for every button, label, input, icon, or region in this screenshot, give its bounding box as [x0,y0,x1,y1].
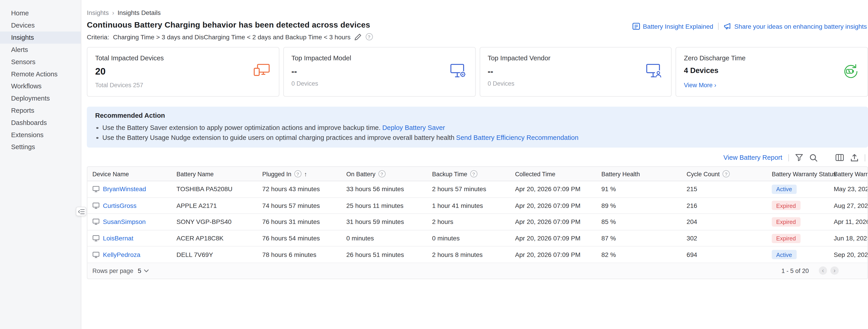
card-value: 4 Devices [684,66,860,75]
manage-columns-icon[interactable] [835,154,844,161]
card-subtitle: Total Devices 257 [95,82,271,88]
sidebar-item-alerts[interactable]: Alerts [0,44,81,56]
toolbar-divider [788,154,789,161]
deploy-battery-saver-link[interactable]: Deploy Battery Saver [382,124,445,132]
sidebar-item-sensors[interactable]: Sensors [0,56,81,68]
card-subtitle: 0 Devices [291,80,467,87]
table-cell: Apr 20, 2026 07:09 PM [510,235,596,241]
device-name-link[interactable]: SusanSimpson [103,219,146,225]
sidebar-item-devices[interactable]: Devices [0,20,81,32]
sidebar-item-settings[interactable]: Settings [0,141,81,153]
sidebar-item-dashboards[interactable]: Dashboards [0,117,81,129]
export-icon[interactable] [850,154,859,162]
table-cell: Expired [767,217,829,227]
help-icon[interactable]: ? [722,170,730,177]
card-top-impacted-model: Top Impacted Model -- 0 Devices [283,47,475,97]
table-row: LoisBernatACER AP18C8K76 hours 54 minute… [87,230,867,247]
table-cell: Active [767,250,829,259]
table-cell: 0 minutes [427,235,510,241]
sidebar-item-insights[interactable]: Insights [0,31,81,44]
table-cell: 0 minutes [341,235,427,241]
column-header-collected-time[interactable]: Collected Time [510,171,596,177]
chevron-right-icon: › [714,82,716,88]
device-name-link[interactable]: KellyPedroza [103,251,141,258]
device-name-link[interactable]: LoisBernat [103,235,133,241]
help-icon[interactable]: ? [378,170,385,177]
column-header-backup-time[interactable]: Backup Time? [427,170,510,177]
rows-per-page-select[interactable]: 5 [138,267,149,274]
sidebar-collapse-button[interactable] [76,207,86,216]
sidebar-item-reports[interactable]: Reports [0,104,81,117]
sidebar: HomeDevicesInsightsAlertsSensorsRemote A… [0,0,82,329]
warranty-status-badge: Active [772,185,796,194]
table-row: SusanSimpsonSONY VGP-BPS4076 hours 31 mi… [87,214,867,230]
card-value: -- [291,66,467,76]
column-header-battery-warranty[interactable]: Battery Warranty [829,171,868,177]
share-ideas-link[interactable]: Share your ideas on enhancing battery in… [724,23,867,30]
device-name-link[interactable]: CurtisGross [103,202,136,209]
breadcrumb-insights[interactable]: Insights [87,9,109,16]
column-header-plugged-in[interactable]: Plugged In?↑ [257,170,341,177]
table-cell: 85 % [596,219,682,225]
table-cell: SusanSimpson [87,219,172,225]
table-cell: Apr 11, 2026 07:3 [829,219,868,225]
pagination-prev-button[interactable]: ‹ [819,267,827,275]
table-row: BryanWinsteadTOSHIBA PA5208U72 hours 43 … [87,181,867,197]
column-header-battery-name[interactable]: Battery Name [172,171,257,177]
table-cell: 82 % [596,251,682,258]
insight-doc-icon [632,23,640,30]
criteria-help-icon[interactable]: ? [366,33,373,40]
battery-insight-explained-link[interactable]: Battery Insight Explained [632,23,713,30]
sidebar-item-remote-actions[interactable]: Remote Actions [0,68,81,80]
device-monitor-icon [93,235,100,241]
table-cell: LoisBernat [87,235,172,241]
card-value: 20 [95,66,271,77]
recommendation-item: Use the Battery Usage Nudge extension to… [95,133,860,142]
column-header-cycle-count[interactable]: Cycle Count? [682,170,767,177]
table-cell: BryanWinstead [87,186,172,193]
send-battery-efficiency-link[interactable]: Send Battery Efficiency Recommendation [456,134,579,141]
collapse-menu-icon [78,208,84,214]
stat-cards: Total Impacted Devices 20 Total Devices … [87,47,868,97]
card-value: -- [488,66,663,76]
sidebar-item-deployments[interactable]: Deployments [0,92,81,105]
table-cell: 87 % [596,235,682,241]
sidebar-item-home[interactable]: Home [0,7,81,20]
table-cell: APPLE A2171 [172,202,257,209]
column-label: Plugged In [262,171,291,177]
table-cell: KellyPedroza [87,251,172,258]
column-header-battery-warranty-status[interactable]: Battery Warranty Status [767,171,829,177]
table-body: BryanWinsteadTOSHIBA PA5208U72 hours 43 … [87,181,867,263]
battery-eco-icon [841,63,859,81]
sidebar-item-workflows[interactable]: Workflows [0,80,81,92]
view-more-link[interactable]: View More › [684,82,716,88]
edit-criteria-icon[interactable] [354,33,362,40]
filter-icon[interactable] [795,154,803,161]
table-cell: TOSHIBA PA5208U [172,186,257,193]
table-cell: 694 [682,251,767,258]
table-cell: Expired [767,234,829,243]
table-cell: 2 hours 57 minutes [427,186,510,193]
recommendation-list: Use the Battery Saver extension to apply… [95,123,860,142]
table-cell: DELL 7V69Y [172,251,257,258]
column-label: Cycle Count [687,171,720,177]
recommendation-text: Use the Battery Usage Nudge extension to… [102,134,455,141]
column-header-battery-health[interactable]: Battery Health [596,171,682,177]
table-cell: CurtisGross [87,202,172,209]
pagination: 1 - 5 of 20 ‹ › [781,267,839,275]
column-header-on-battery[interactable]: On Battery? [341,170,427,177]
search-icon[interactable] [809,154,818,162]
help-icon[interactable]: ? [470,170,477,177]
main-content: Insights › Insights Details Battery Insi… [82,0,868,329]
column-header-device-name[interactable]: Device Name [87,171,172,177]
pagination-next-button[interactable]: › [831,267,839,275]
table-cell: 74 hours 57 minutes [257,202,341,209]
pagination-range: 1 - 5 of 20 [781,267,809,274]
table-row: CurtisGrossAPPLE A217174 hours 57 minute… [87,198,867,214]
sidebar-item-extensions[interactable]: Extensions [0,129,81,141]
view-battery-report-link[interactable]: View Battery Report [723,154,782,161]
table-header: Device NameBattery NamePlugged In?↑On Ba… [87,167,867,182]
device-name-link[interactable]: BryanWinstead [103,186,146,193]
help-icon[interactable]: ? [294,170,301,177]
sort-ascending-icon[interactable]: ↑ [304,171,307,177]
